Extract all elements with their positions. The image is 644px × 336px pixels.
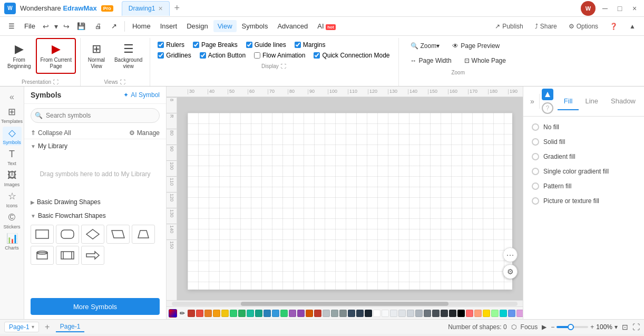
scrollbar-thumb[interactable] [241, 302, 448, 306]
color-swatch[interactable] [306, 310, 313, 317]
page-preview-button[interactable]: 👁 Page Preview [448, 40, 504, 52]
page-tab-active[interactable]: Page-1 [56, 322, 85, 332]
color-swatch[interactable] [280, 310, 288, 317]
minimize-button[interactable]: ─ [600, 3, 610, 14]
horizontal-scrollbar[interactable] [167, 300, 523, 306]
views-expand-icon[interactable]: ⛶ [120, 79, 125, 85]
help-icon[interactable]: ? [542, 102, 553, 114]
color-swatch[interactable] [221, 310, 229, 317]
color-swatch[interactable] [491, 310, 499, 317]
sidebar-item-text[interactable]: T Text [3, 148, 22, 167]
color-swatch[interactable] [213, 310, 220, 317]
menu-view[interactable]: View [213, 20, 237, 32]
close-button[interactable]: × [629, 3, 640, 14]
undo-button[interactable]: ↩ [41, 21, 51, 32]
gridlines-check[interactable]: Gridlines [158, 52, 191, 59]
color-swatch[interactable] [483, 310, 490, 317]
color-swatch[interactable] [230, 310, 237, 317]
color-swatch[interactable] [339, 310, 347, 317]
shape-rounded-rectangle[interactable] [56, 225, 79, 244]
page-dropdown-icon[interactable]: ▾ [32, 324, 34, 330]
no-fill-radio[interactable] [532, 123, 539, 131]
action-button-check[interactable]: Action Button [200, 52, 246, 59]
menu-design[interactable]: Design [182, 20, 212, 32]
pattern-fill-option[interactable]: Pattern fill [530, 180, 638, 193]
background-view-button[interactable]: ☰ Backgroundview [111, 38, 145, 74]
basic-flowchart-header[interactable]: ▼ Basic Flowchart Shapes [24, 209, 166, 223]
shape-cylinder[interactable] [31, 246, 54, 265]
tab-fill[interactable]: Fill [558, 93, 579, 110]
color-swatch[interactable] [331, 310, 338, 317]
solid-fill-option[interactable]: Solid fill [530, 136, 638, 148]
zoom-thumb[interactable] [568, 324, 574, 330]
color-swatch[interactable] [474, 310, 482, 317]
loading-dots-button[interactable]: ··· [503, 247, 518, 262]
panel-expand-button[interactable]: » [525, 94, 540, 109]
color-swatch[interactable] [196, 310, 203, 317]
expand-icon[interactable]: ⛶ [632, 323, 640, 331]
menu-ai[interactable]: AI hot [313, 20, 339, 32]
tab-drawing1[interactable]: Drawing1 × [122, 1, 170, 16]
export-button[interactable]: ↗ [107, 20, 121, 32]
tab-shadow[interactable]: Shadow [604, 93, 642, 110]
sidebar-item-symbols[interactable]: ◇ Symbols [3, 127, 22, 146]
margins-check[interactable]: Margins [295, 41, 326, 49]
avatar[interactable]: W [581, 1, 596, 16]
picture-texture-option[interactable]: Picture or texture fill [530, 195, 638, 207]
color-swatch[interactable] [508, 310, 515, 317]
color-swatch[interactable] [247, 310, 254, 317]
zoom-dropdown-button[interactable]: 🔍 Zoom▾ [406, 40, 444, 52]
more-symbols-button[interactable]: More Symbols [31, 298, 160, 315]
color-swatch[interactable] [424, 310, 431, 317]
sidebar-item-charts[interactable]: 📊 Charts [3, 232, 22, 251]
display-expand-icon[interactable]: ⛶ [281, 63, 286, 69]
publish-button[interactable]: ↗ Publish [491, 21, 527, 32]
shape-diamond[interactable] [81, 225, 104, 244]
color-swatch[interactable] [348, 310, 355, 317]
color-swatch[interactable] [441, 310, 448, 317]
color-swatch[interactable] [188, 310, 195, 317]
color-picker-icon[interactable] [169, 309, 177, 318]
color-swatch[interactable] [390, 310, 397, 317]
sidebar-item-stickers[interactable]: © Stickers [3, 211, 22, 230]
options-button[interactable]: ⚙ Options [564, 21, 602, 32]
color-swatch[interactable] [398, 310, 406, 317]
whole-page-button[interactable]: ⊡ Whole Page [460, 55, 510, 66]
page-width-button[interactable]: ↔ Page Width [406, 55, 456, 66]
shape-trapezoid[interactable] [132, 225, 155, 244]
color-swatch[interactable] [272, 310, 279, 317]
sidebar-item-templates[interactable]: ⊞ Templates [3, 105, 22, 124]
shape-rectangle[interactable] [31, 225, 54, 244]
color-swatch[interactable] [264, 310, 271, 317]
canvas-content[interactable]: ··· ✦ ⚙ [177, 97, 523, 300]
zoom-minus-icon[interactable]: − [551, 323, 554, 331]
redo-button[interactable]: ↪ [61, 21, 72, 32]
single-color-gradient-radio[interactable] [532, 168, 539, 175]
save-button[interactable]: 💾 [73, 20, 90, 32]
color-pencil-icon[interactable]: ✏ [178, 309, 187, 318]
menu-insert[interactable]: Insert [156, 20, 182, 32]
color-swatch[interactable] [373, 310, 380, 317]
color-swatch[interactable] [238, 310, 246, 317]
maximize-button[interactable]: □ [614, 3, 625, 14]
menu-home[interactable]: Home [128, 20, 155, 32]
color-swatch[interactable] [457, 310, 465, 317]
color-swatch[interactable] [466, 310, 473, 317]
color-swatch[interactable] [356, 310, 364, 317]
fill-active-icon[interactable] [542, 89, 553, 100]
color-swatch[interactable] [432, 310, 440, 317]
collapse-all-button[interactable]: ⇑ Collapse All [31, 129, 71, 137]
color-swatch[interactable] [415, 310, 423, 317]
zoom-plus-icon[interactable]: + [590, 323, 594, 331]
normal-view-button[interactable]: ⊞ NormalView [84, 38, 109, 74]
color-swatch[interactable] [204, 310, 212, 317]
collapse-ribbon-button[interactable]: ▲ [625, 21, 640, 32]
color-swatch[interactable] [365, 310, 372, 317]
from-beginning-button[interactable]: ▶ FromBeginning [4, 38, 34, 74]
help-button[interactable]: ❓ [606, 21, 622, 32]
my-library-header[interactable]: ▼ My Library [24, 139, 166, 153]
zoom-slider[interactable] [557, 326, 588, 328]
ai-symbol-button[interactable]: ✦ AI Symbol [123, 91, 160, 99]
zoom-level-dropdown[interactable]: ▾ [614, 323, 618, 331]
guide-lines-check[interactable]: Guide lines [246, 41, 286, 49]
